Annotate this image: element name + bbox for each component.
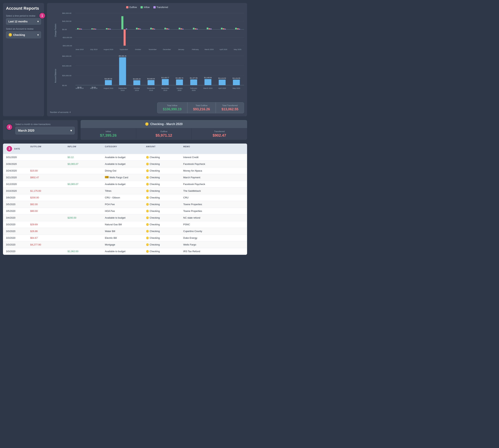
amount-value: Checking xyxy=(150,237,160,239)
account-select[interactable]: 🪙 Checking ▾ xyxy=(6,31,41,38)
table-row: 3/3/2020 $29.69 Natural Gas Bill 🪙 Check… xyxy=(3,221,247,228)
svg-text:May 2020: May 2020 xyxy=(234,48,241,50)
svg-rect-12 xyxy=(79,29,81,29)
outflow-dot xyxy=(126,6,128,8)
svg-rect-32 xyxy=(179,28,180,30)
cell-outflow: $26.86 xyxy=(30,230,68,233)
cell-category: Wells Fargo Card xyxy=(105,176,146,179)
cell-date: 3/10/2020 xyxy=(6,190,30,192)
table-row: 3/31/2020 $3.12 Available to budget 🪙 Ch… xyxy=(3,154,247,161)
svg-text:August 2019: August 2019 xyxy=(104,87,113,89)
amount-value: Checking xyxy=(150,163,160,165)
svg-rect-13 xyxy=(81,29,82,29)
account-icon: 🪙 xyxy=(8,33,12,37)
cell-amount: 🪙 Checking xyxy=(146,163,183,165)
amount-value: Checking xyxy=(150,230,160,233)
cell-category: Natural Gas Bill xyxy=(105,223,146,226)
svg-rect-14 xyxy=(91,28,93,29)
cell-outflow: $64.67 xyxy=(30,237,68,239)
total-outflow-cell: Total Outflow $93,216.26 xyxy=(187,102,216,113)
cell-date: 3/3/2020 xyxy=(6,237,30,239)
outflow-stat-label: Outflow xyxy=(139,130,189,132)
cell-memo: March Payment xyxy=(183,176,244,179)
svg-text:$40,000.00: $40,000.00 xyxy=(62,20,71,22)
amount-value: Checking xyxy=(150,250,160,253)
svg-rect-79 xyxy=(133,80,140,85)
account-coin-icon: 🪙 xyxy=(146,163,149,165)
svg-rect-85 xyxy=(176,79,183,85)
cell-date: 3/30/2020 xyxy=(6,163,30,165)
cell-inflow: $1,062.00 xyxy=(68,250,105,253)
transferred-dot xyxy=(153,6,156,8)
cell-date: 3/9/2020 xyxy=(6,196,30,199)
svg-rect-20 xyxy=(121,16,123,30)
account-value: Checking xyxy=(13,33,25,36)
svg-text:2019: 2019 xyxy=(149,89,153,91)
cell-amount: 🪙 Checking xyxy=(146,216,183,219)
svg-rect-91 xyxy=(219,80,226,85)
cell-category: Available to budget xyxy=(105,156,146,159)
time-period-select[interactable]: Last 12 months ▾ xyxy=(6,18,41,25)
col-category: CATEGORY xyxy=(105,145,146,152)
cell-inflow: $3,065.07 xyxy=(68,163,105,165)
svg-text:2020: 2020 xyxy=(192,89,196,91)
cell-memo: Towne Properties xyxy=(183,210,244,212)
checking-title: Checking - March 2020 xyxy=(150,122,183,126)
svg-text:$11,414.55: $11,414.55 xyxy=(233,78,240,79)
svg-rect-35 xyxy=(193,28,195,30)
cell-date: 3/4/2020 xyxy=(6,216,30,219)
inflow-stat-label: Inflow xyxy=(83,130,134,132)
cell-inflow: $200.00 xyxy=(68,216,105,219)
amount-value: Checking xyxy=(150,183,160,186)
inflow-stat-value: $7,395.26 xyxy=(83,133,134,138)
svg-text:-$40,000.00: -$40,000.00 xyxy=(62,45,72,47)
month-select[interactable]: March 2020 ▾ xyxy=(15,127,75,134)
cell-date: 3/3/2020 xyxy=(6,230,30,233)
svg-text:$12,499.56: $12,499.56 xyxy=(204,77,212,79)
svg-rect-40 xyxy=(210,29,212,29)
y-label-change-factors: Change Factors xyxy=(55,24,57,37)
legend-inflow-label: Inflow xyxy=(144,6,149,9)
cell-date: 3/3/2020 xyxy=(6,243,30,246)
svg-text:August 2019: August 2019 xyxy=(104,48,113,50)
transferred-stat-value: $902.47 xyxy=(194,133,245,138)
svg-rect-11 xyxy=(77,28,79,30)
svg-rect-42 xyxy=(223,28,224,29)
svg-text:October: October xyxy=(134,87,140,89)
cell-memo: Duke Energy xyxy=(183,237,244,239)
table-row: 3/3/2020 $1,062.00 Available to budget 🪙… xyxy=(3,248,247,255)
svg-text:March 2020: March 2020 xyxy=(203,87,213,89)
svg-text:April 2020: April 2020 xyxy=(218,87,226,89)
amount-value: Checking xyxy=(150,176,160,179)
cell-memo: Facebook Paycheck xyxy=(183,183,244,186)
outflow-stat: Outflow $5,971.12 xyxy=(136,128,192,140)
amount-value: Checking xyxy=(150,203,160,206)
col-memo: MEMO xyxy=(183,145,244,152)
inflow-stat: Inflow $7,395.26 xyxy=(81,128,136,140)
cell-date: 3/31/2020 xyxy=(6,156,30,159)
cell-amount: 🪙 Checking xyxy=(146,176,183,179)
table-row: 3/3/2020 $64.67 Electric Bill 🪙 Checking… xyxy=(3,235,247,241)
svg-text:July 2019: July 2019 xyxy=(90,48,97,50)
account-coin-icon: 🪙 xyxy=(146,190,149,192)
cell-category: Available to budget xyxy=(105,216,146,219)
svg-rect-89 xyxy=(204,79,211,85)
checking-icon: 🪙 xyxy=(145,122,149,126)
svg-text:June 2019: June 2019 xyxy=(75,48,83,50)
table-row: 3/24/2020 $15.00 Dining Out 🪙 Checking M… xyxy=(3,167,247,174)
table-row: 3/5/2020 $92.00 POA Fee 🪙 Checking Towne… xyxy=(3,201,247,208)
account-coin-icon: 🪙 xyxy=(146,223,149,226)
chevron-down-icon3: ▾ xyxy=(70,129,72,132)
svg-text:2019: 2019 xyxy=(163,89,167,91)
total-transferred-label: Total Transferred xyxy=(221,104,238,107)
cell-inflow: $3.12 xyxy=(68,156,105,159)
account-coin-icon: 🪙 xyxy=(146,203,149,206)
svg-rect-27 xyxy=(152,28,154,29)
step2-badge: 2 xyxy=(6,124,13,130)
account-balance-chart: $60,000.00 $40,000.00 $20,000.00 $0.00 $… xyxy=(61,53,244,99)
col-date: DATE xyxy=(14,148,20,150)
svg-text:2019: 2019 xyxy=(121,89,125,91)
svg-text:July 2019: July 2019 xyxy=(90,87,97,89)
checking-stats-panel: 🪙 Checking - March 2020 Inflow $7,395.26… xyxy=(81,120,247,140)
svg-rect-34 xyxy=(182,29,184,29)
